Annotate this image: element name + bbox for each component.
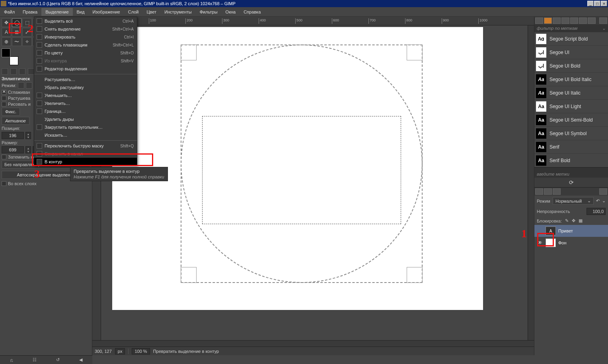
fg-bg-colors[interactable] xyxy=(2,48,18,65)
tab-brushes[interactable] xyxy=(535,17,543,24)
right-dock: фильтр по меткам ⌄ AɑSegoe Script Boldاب… xyxy=(534,17,608,355)
layers-menu-icon[interactable] xyxy=(599,188,607,195)
size-w-input[interactable]: 699 xyxy=(2,146,24,153)
menu-фильтры[interactable]: Фильтры xyxy=(196,8,222,16)
tag-input[interactable]: введите метки xyxy=(534,170,608,178)
menuitem-выделить-всё[interactable]: Выделить всёCtrl+A xyxy=(34,17,137,25)
font-row[interactable]: AaSegoe UI Symbol xyxy=(534,127,608,140)
menuitem-убрать-растушёвку[interactable]: Убрать растушёвку xyxy=(34,83,137,91)
tool-clone[interactable]: ⊕ xyxy=(2,37,11,46)
fg-color-swatch[interactable] xyxy=(2,48,10,57)
scrollbar-horizontal[interactable] xyxy=(92,340,534,347)
active-button[interactable]: Активное xyxy=(2,117,29,125)
reset-mode-icon[interactable]: ↶ xyxy=(596,198,600,203)
font-row[interactable]: AaSerif xyxy=(534,140,608,154)
feather-checkbox[interactable] xyxy=(2,96,6,101)
menuitem-удалить-дыры[interactable]: Удалить дыры xyxy=(34,115,137,123)
close-button[interactable]: × xyxy=(601,1,607,6)
drawfrom-checkbox[interactable] xyxy=(2,102,6,106)
scrollbar-vertical[interactable] xyxy=(528,25,534,340)
bg-color-swatch[interactable] xyxy=(10,56,18,65)
menu-слой[interactable]: Слой xyxy=(124,8,143,16)
menu-инструменты[interactable]: Инструменты xyxy=(160,8,196,16)
font-filter-input[interactable]: фильтр по меткам ⌄ xyxy=(534,25,608,32)
fixed-button[interactable]: Фикс. xyxy=(2,108,20,116)
tab-menu-icon[interactable] xyxy=(599,17,607,24)
menuitem-увеличить-[interactable]: Увеличить… xyxy=(34,99,137,107)
position-x-spinner[interactable]: ▲▼ xyxy=(25,132,31,139)
menu-окна[interactable]: Окна xyxy=(222,8,240,16)
menu-справка[interactable]: Справка xyxy=(240,8,265,16)
all-layers-checkbox[interactable] xyxy=(2,181,6,186)
selection-handle-br[interactable] xyxy=(407,267,423,283)
menuitem-растушевать-[interactable]: Растушевать… xyxy=(34,76,137,83)
mode-add-icon[interactable] xyxy=(26,82,32,89)
font-row[interactable]: AaSerif Bold xyxy=(534,154,608,167)
lock-alpha-icon[interactable]: ▦ xyxy=(579,218,583,223)
antialias-checkbox[interactable] xyxy=(2,90,6,95)
tab-layers[interactable] xyxy=(535,188,543,195)
tool-path[interactable]: ✧ xyxy=(22,37,32,46)
tab-paths2[interactable] xyxy=(553,188,561,195)
size-w-spinner[interactable]: ▲▼ xyxy=(25,146,31,153)
menu-правка[interactable]: Правка xyxy=(19,8,41,16)
font-row[interactable]: ابSegoe UI xyxy=(534,46,608,59)
opt-icon-3[interactable] xyxy=(19,68,25,75)
menuitem-hotkey: Ctrl+A xyxy=(123,19,134,23)
font-row[interactable]: AaSegoe UI Light xyxy=(534,100,608,113)
selection-handle-tl[interactable] xyxy=(181,45,197,60)
position-x-input[interactable]: 196 xyxy=(2,132,24,139)
reset-icon[interactable]: ↺ xyxy=(55,357,61,363)
menuitem-снять-выделение[interactable]: Снять выделениеShift+Ctrl+A xyxy=(34,25,137,33)
menu-файл[interactable]: Файл xyxy=(0,8,19,16)
menuitem-инвертировать[interactable]: ИнвертироватьCtrl+I xyxy=(34,33,137,41)
tool-smudge[interactable]: 〜 xyxy=(12,37,21,46)
font-scrollbar[interactable] xyxy=(534,167,608,170)
font-row[interactable]: ابSegoe UI Bold xyxy=(534,59,608,73)
status-zoom[interactable]: 100 % xyxy=(132,348,150,354)
tab-gradients[interactable] xyxy=(561,17,569,24)
menuitem-редактор-выделения[interactable]: Редактор выделения xyxy=(34,65,137,73)
opt-icon-1[interactable] xyxy=(2,68,8,75)
undo-history-icon[interactable]: ⎌ xyxy=(8,357,15,363)
status-unit[interactable]: px xyxy=(115,348,125,354)
lock-pixels-icon[interactable]: ✎ xyxy=(565,218,569,223)
menuitem-закруглить-прямоугольник-[interactable]: Закруглить прямоугольник… xyxy=(34,123,137,131)
font-row[interactable]: AaSegoe UI Italic xyxy=(534,86,608,100)
canvas[interactable] xyxy=(101,25,528,340)
menuitem-исказить-[interactable]: Исказить… xyxy=(34,131,137,139)
minimize-button[interactable]: _ xyxy=(587,1,594,6)
font-row[interactable]: AaSegoe UI Semi-Bold xyxy=(534,113,608,127)
tab-fonts[interactable] xyxy=(544,17,552,24)
darken-checkbox[interactable] xyxy=(2,155,6,159)
selection-handle-bl[interactable] xyxy=(181,267,197,283)
menu-изображение[interactable]: Изображение xyxy=(88,8,124,16)
menuitem-граница-[interactable]: Граница… xyxy=(34,107,137,115)
menuitem-уменьшить-[interactable]: Уменьшить… xyxy=(34,91,137,99)
opt-icon-4[interactable] xyxy=(28,68,34,75)
menu-выделение[interactable]: Выделение xyxy=(41,8,72,16)
opt-icon-2[interactable] xyxy=(10,68,17,75)
menuitem-по-цвету[interactable]: По цветуShift+O xyxy=(34,49,137,57)
tab-channels[interactable] xyxy=(544,188,552,195)
mode-replace-icon[interactable] xyxy=(18,82,24,89)
lock-position-icon[interactable]: ✥ xyxy=(572,218,575,223)
refresh-icon[interactable]: ⟳ xyxy=(569,179,574,186)
selection-handle-tr[interactable] xyxy=(407,45,423,60)
maximize-button[interactable]: □ xyxy=(594,1,600,6)
menuitem-переключить-быструю-маску[interactable]: Переключить быструю маскуShift+Q xyxy=(34,142,137,150)
menuitem-сделать-плавающим[interactable]: Сделать плавающимShift+Ctrl+L xyxy=(34,41,137,49)
tab-patterns[interactable] xyxy=(553,17,561,24)
font-row[interactable]: AaSegoe UI Bold Italic xyxy=(534,73,608,86)
menu-вид[interactable]: Вид xyxy=(73,8,89,16)
tab-paths[interactable] xyxy=(588,17,596,24)
layer-mode-dropdown[interactable]: Нормальный ⌄ xyxy=(553,197,594,205)
opacity-value[interactable]: 100,0 xyxy=(587,208,606,215)
tab-history[interactable] xyxy=(579,17,587,24)
menu-цвет[interactable]: Цвет xyxy=(142,8,160,16)
delete-icon[interactable]: ◀ xyxy=(78,357,84,363)
tab-palettes[interactable] xyxy=(570,17,578,24)
chevron-down-icon[interactable]: ⌄ xyxy=(602,198,606,203)
images-icon[interactable]: ☷ xyxy=(31,357,38,363)
font-row[interactable]: AɑSegoe Script Bold xyxy=(534,32,608,46)
